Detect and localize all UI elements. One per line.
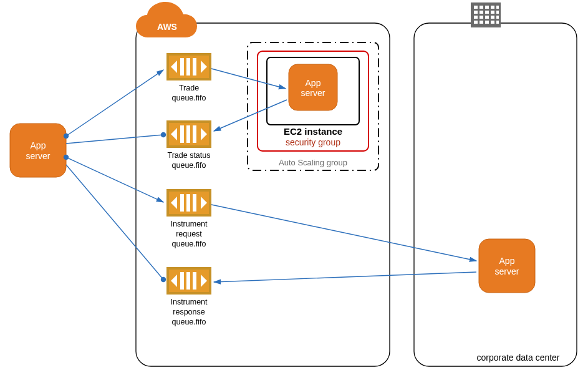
app-server-datacenter — [479, 239, 535, 293]
svg-rect-47 — [186, 272, 190, 290]
instrument-response-queue-icon — [166, 267, 211, 295]
svg-rect-3 — [480, 6, 483, 9]
svg-rect-46 — [180, 272, 184, 290]
svg-rect-27 — [193, 58, 196, 75]
svg-rect-19 — [485, 21, 489, 24]
svg-rect-13 — [480, 16, 483, 19]
trade-status-queue-icon — [166, 120, 211, 148]
arrow-asg-to-tradestatus — [214, 100, 287, 131]
app-server-asg-line1: App — [306, 78, 321, 88]
svg-rect-26 — [186, 58, 190, 75]
svg-rect-34 — [193, 125, 196, 143]
svg-rect-9 — [485, 11, 489, 14]
trade-status-queue-line1: Trade status — [167, 151, 210, 160]
svg-rect-20 — [491, 21, 494, 24]
app-server-dc-line2: server — [495, 266, 519, 276]
trade-queue-line2: queue.fifo — [172, 94, 206, 102]
trade-status-queue-line2: queue.fifo — [172, 161, 206, 170]
svg-rect-11 — [496, 11, 499, 14]
svg-rect-39 — [180, 194, 184, 212]
instr-req-line3: queue.fifo — [172, 240, 206, 248]
datacenter-container — [414, 23, 577, 366]
svg-rect-4 — [485, 6, 489, 9]
instr-resp-line1: Instrument — [170, 298, 208, 306]
datacenter-label: corporate data center — [476, 353, 559, 363]
instr-resp-line3: queue.fifo — [172, 318, 206, 326]
arrow-left-to-instrreq — [66, 157, 163, 202]
app-server-left — [10, 124, 66, 177]
svg-rect-12 — [474, 16, 478, 19]
arrow-left-to-trade — [66, 70, 163, 136]
building-icon — [471, 2, 501, 27]
app-server-asg-line2: server — [301, 88, 325, 98]
ec2-label: EC2 instance — [284, 126, 342, 137]
svg-rect-18 — [480, 21, 483, 24]
app-server-left-line2: server — [26, 151, 51, 161]
svg-rect-41 — [193, 194, 196, 212]
arrow-tradestatus-to-left — [66, 135, 163, 144]
svg-rect-33 — [186, 125, 190, 143]
aws-label: AWS — [157, 22, 177, 32]
svg-rect-48 — [193, 272, 196, 290]
trade-queue-icon — [166, 53, 211, 80]
instrument-request-queue-icon — [166, 189, 211, 217]
instr-req-line2: request — [176, 230, 202, 238]
trade-queue-line1: Trade — [179, 84, 199, 92]
instr-req-line1: Instrument — [170, 220, 208, 228]
svg-rect-15 — [491, 16, 494, 19]
svg-rect-2 — [474, 6, 478, 9]
arrow-instrresp-to-left — [66, 165, 163, 280]
svg-rect-40 — [186, 194, 190, 212]
instr-resp-line2: response — [173, 308, 205, 316]
svg-rect-5 — [491, 6, 494, 9]
svg-rect-8 — [480, 11, 483, 14]
arrow-trade-to-asg — [211, 69, 286, 89]
arrow-instrreq-to-dc — [211, 205, 476, 261]
svg-rect-14 — [485, 16, 489, 19]
app-server-left-line1: App — [31, 140, 46, 150]
svg-rect-10 — [491, 11, 494, 14]
svg-rect-32 — [180, 125, 184, 143]
svg-rect-17 — [474, 21, 478, 24]
svg-rect-7 — [474, 11, 478, 14]
app-server-dc-line1: App — [499, 256, 515, 266]
aws-cloud-icon: AWS — [136, 2, 197, 37]
asg-label: Auto Scaling group — [279, 158, 347, 167]
arrow-dc-to-instrresp — [214, 272, 476, 282]
svg-rect-6 — [496, 6, 499, 9]
secgrp-label: security group — [286, 137, 340, 147]
svg-rect-25 — [180, 58, 184, 75]
svg-rect-21 — [496, 21, 499, 24]
svg-rect-16 — [496, 16, 499, 19]
